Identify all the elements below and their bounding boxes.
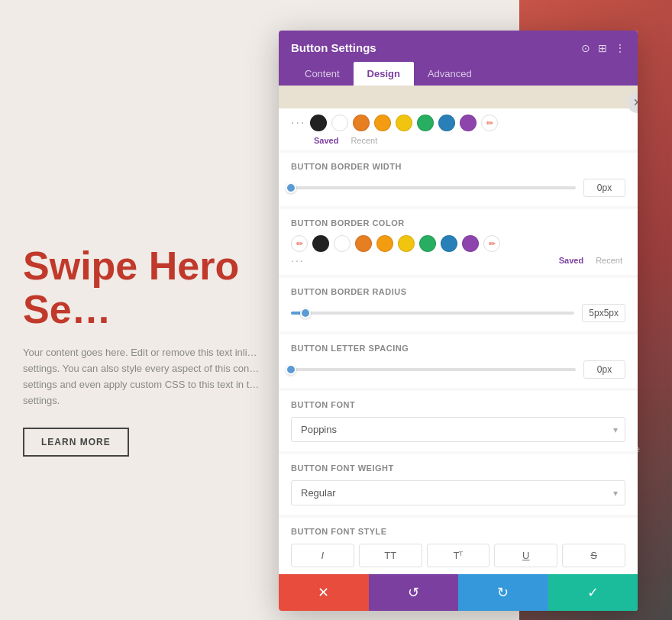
font-weight-select-wrapper: Regular Bold Light Medium xyxy=(291,480,625,505)
border-color-label: Button Border Color xyxy=(291,218,625,228)
tab-design[interactable]: Design xyxy=(354,62,414,86)
border-width-section: Button Border Width 0px xyxy=(279,153,638,206)
undo-button[interactable]: ↺ xyxy=(369,574,459,611)
color-swatch-orange2[interactable] xyxy=(374,115,391,131)
tab-advanced[interactable]: Advanced xyxy=(414,62,486,86)
capitalize-button[interactable]: Tᵀ xyxy=(427,544,490,567)
hero-title: Swipe Hero Se… xyxy=(23,244,283,331)
color-preview-strip xyxy=(279,86,638,108)
letter-spacing-section: Button Letter Spacing 0px xyxy=(279,334,638,388)
saved-tab[interactable]: Saved xyxy=(314,136,338,145)
border-width-value[interactable]: 0px xyxy=(583,179,625,197)
border-width-slider-row: 0px xyxy=(291,179,625,197)
border-radius-value[interactable]: 5px5px xyxy=(582,304,625,322)
border-recent-tab[interactable]: Recent xyxy=(596,256,622,265)
color-row-border: ✏ ✏ xyxy=(291,235,625,252)
recent-tab[interactable]: Recent xyxy=(351,136,377,145)
color-palette-top-section: ··· ✏ Saved Recent xyxy=(279,108,638,150)
border-saved-recent: Saved Recent xyxy=(559,256,622,265)
panel-header-icons: ⊙ ⊞ ⋮ xyxy=(581,42,625,54)
border-saved-tab[interactable]: Saved xyxy=(559,256,583,265)
strikethrough-button[interactable]: S xyxy=(562,544,625,567)
saved-recent-tabs: Saved Recent xyxy=(314,136,625,145)
font-style-buttons: I TT Tᵀ U S xyxy=(291,544,625,567)
color-swatch-blue[interactable] xyxy=(438,115,455,131)
uppercase-button[interactable]: TT xyxy=(359,544,422,567)
italic-button[interactable]: I xyxy=(291,544,354,567)
color-swatch-black[interactable] xyxy=(310,115,327,131)
font-section: Button Font Poppins Open Sans Roboto xyxy=(279,391,638,451)
color-row-top: ··· ✏ xyxy=(291,115,625,131)
tab-content[interactable]: Content xyxy=(291,62,354,86)
redo-button[interactable]: ↻ xyxy=(458,574,548,611)
color-swatch-orange[interactable] xyxy=(353,115,370,131)
border-radius-section: Button Border Radius 5px5px xyxy=(279,278,638,331)
border-swatch-purple[interactable] xyxy=(462,235,479,252)
panel-grid-icon[interactable]: ⊞ xyxy=(598,42,607,54)
panel-more-icon[interactable]: ⋮ xyxy=(615,42,625,54)
more-colors-icon[interactable]: ··· xyxy=(291,117,305,129)
border-swatch-blue[interactable] xyxy=(441,235,457,252)
font-label: Button Font xyxy=(291,400,625,409)
color-swatch-purple[interactable] xyxy=(460,115,477,131)
cancel-button[interactable]: ✕ xyxy=(279,574,369,611)
border-swatch-orange2[interactable] xyxy=(376,235,393,252)
border-radius-slider-row: 5px5px xyxy=(291,304,625,322)
border-swatch-yellow[interactable] xyxy=(398,235,415,252)
border-radius-track[interactable] xyxy=(291,312,574,315)
panel-title: Button Settings xyxy=(291,41,376,54)
underline-button[interactable]: U xyxy=(494,544,557,567)
border-width-track[interactable] xyxy=(291,186,576,189)
letter-spacing-track[interactable] xyxy=(291,368,576,371)
border-more-icon[interactable]: ··· xyxy=(291,255,305,266)
border-width-label: Button Border Width xyxy=(291,162,625,171)
hero-body-text: Your content goes here. Edit or remove t… xyxy=(23,345,283,408)
save-button[interactable]: ✓ xyxy=(548,574,638,611)
letter-spacing-label: Button Letter Spacing xyxy=(291,344,625,353)
panel-body: ··· ✏ Saved Recent Button Border Width xyxy=(279,86,638,574)
border-radius-label: Button Border Radius xyxy=(291,287,625,296)
panel-tabs: Content Design Advanced xyxy=(291,62,625,86)
letter-spacing-slider-row: 0px xyxy=(291,360,625,379)
border-color-section: Button Border Color ✏ ✏ ··· Saved Recent xyxy=(279,209,638,275)
letter-spacing-value[interactable]: 0px xyxy=(583,360,625,379)
color-custom-icon[interactable]: ✏ xyxy=(481,115,498,131)
border-color-pencil[interactable]: ✏ xyxy=(291,235,308,252)
border-swatch-green[interactable] xyxy=(419,235,436,252)
color-swatch-green[interactable] xyxy=(417,115,434,131)
font-weight-section: Button Font Weight Regular Bold Light Me… xyxy=(279,454,638,515)
border-swatch-black[interactable] xyxy=(312,235,329,252)
font-style-label: Button Font Style xyxy=(291,527,625,536)
font-style-section: Button Font Style I TT Tᵀ U S xyxy=(279,518,638,574)
border-swatch-white[interactable] xyxy=(334,235,351,252)
font-weight-label: Button Font Weight xyxy=(291,463,625,473)
border-color-custom[interactable]: ✏ xyxy=(483,235,500,252)
color-swatch-yellow[interactable] xyxy=(396,115,412,131)
color-swatch-white[interactable] xyxy=(331,115,348,131)
hero-section: Swipe Hero Se… Your content goes here. E… xyxy=(23,244,283,457)
font-weight-select[interactable]: Regular Bold Light Medium xyxy=(291,480,625,505)
font-select-wrapper: Poppins Open Sans Roboto xyxy=(291,417,625,442)
border-swatch-orange[interactable] xyxy=(355,235,372,252)
learn-more-button[interactable]: Learn More xyxy=(23,428,129,457)
button-settings-panel: Button Settings ⊙ ⊞ ⋮ Content Design Adv… xyxy=(279,31,638,611)
font-select[interactable]: Poppins Open Sans Roboto xyxy=(291,417,625,442)
panel-header: Button Settings ⊙ ⊞ ⋮ Content Design Adv… xyxy=(279,31,638,86)
panel-toolbar: ✕ ↺ ↻ ✓ xyxy=(279,574,638,611)
panel-target-icon[interactable]: ⊙ xyxy=(581,42,590,54)
